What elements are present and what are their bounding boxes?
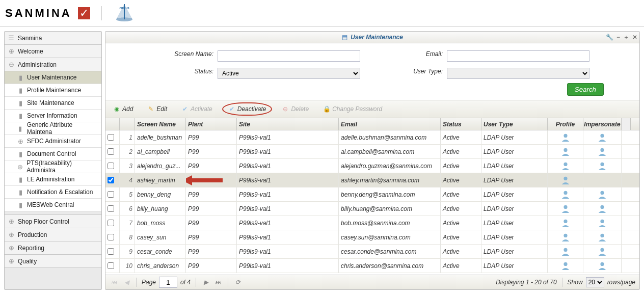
nav-quality-label: Quality	[18, 258, 37, 265]
impersonate-icon[interactable]	[598, 233, 607, 242]
tool-wrench-icon[interactable]: 🔧	[606, 34, 613, 41]
table-row[interactable]: 6billy_huangP99P99ls9-val1billy.huang@sa…	[105, 202, 639, 216]
cell-impersonate	[583, 159, 622, 173]
nav-admin-document-control[interactable]: ▮Document Control	[5, 148, 101, 160]
profile-icon[interactable]	[561, 219, 570, 228]
row-checkbox[interactable]	[108, 177, 114, 183]
col-impersonate[interactable]: Impersonate	[583, 118, 622, 130]
profile-icon[interactable]	[561, 176, 570, 185]
profile-icon[interactable]	[561, 261, 570, 271]
tool-maximize-icon[interactable]: ＋	[623, 33, 629, 42]
nav-quality[interactable]: ⊕Quality	[5, 255, 101, 268]
screen-name-input[interactable]	[218, 50, 360, 62]
nav-admin-user-maintenance[interactable]: ▮User Maintenance	[5, 71, 101, 84]
table-row[interactable]: 4ashley_martinP99ls9-val1ashley.martin@s…	[105, 173, 639, 187]
row-checkbox[interactable]	[108, 191, 114, 198]
user-type-select[interactable]	[447, 68, 589, 79]
nav-root-sanmina[interactable]: ☰Sanmina	[5, 32, 101, 45]
nav-welcome[interactable]: ⊕Welcome	[5, 45, 101, 58]
impersonate-icon[interactable]	[598, 162, 607, 171]
row-checkbox[interactable]	[108, 220, 114, 226]
nav-admin-pts-traceability-administra[interactable]: ⊕PTS(traceability) Administra	[5, 160, 101, 173]
impersonate-icon[interactable]	[598, 190, 607, 199]
row-checkbox[interactable]	[108, 262, 114, 269]
table-row[interactable]: 10chris_andersonP99P99ls9-val1chris.ande…	[105, 259, 639, 273]
nav-admin-profile-maintenance[interactable]: ▮Profile Maintenance	[5, 84, 101, 97]
row-checkbox[interactable]	[108, 163, 114, 169]
impersonate-icon[interactable]	[598, 147, 607, 156]
col-plant[interactable]: Plant	[186, 118, 237, 130]
pager-prev-icon[interactable]: ◀	[122, 278, 131, 287]
cell-user-type: LDAP User	[481, 159, 548, 173]
col-status[interactable]: Status	[441, 118, 481, 130]
cell-status: Active	[441, 245, 481, 258]
add-button[interactable]: ◉Add	[109, 103, 138, 115]
deactivate-button[interactable]: ✔Deactivate	[222, 102, 273, 116]
email-input[interactable]	[447, 50, 589, 62]
nav-admin-server-information[interactable]: ▮Server Information	[5, 110, 101, 122]
list-icon: ☰	[8, 34, 15, 42]
profile-icon[interactable]	[561, 247, 570, 256]
nav-admin-mesweb-central[interactable]: ▮MESWeb Central	[5, 199, 101, 211]
pager-last-icon[interactable]: ⏭	[213, 278, 223, 287]
col-user-type[interactable]: User Type	[481, 118, 548, 130]
impersonate-icon[interactable]	[598, 247, 607, 256]
delete-button[interactable]: ⊖Delete	[277, 103, 313, 115]
table-row[interactable]: 9cesar_condeP99P99ls9-val1cesar.conde@sa…	[105, 245, 639, 259]
col-profile[interactable]: Profile	[548, 118, 583, 130]
table-row[interactable]: 7bob_mossP99P99ls9-val1bob.moss@sanmina.…	[105, 216, 639, 230]
pager-next-icon[interactable]: ▶	[201, 278, 210, 287]
pager-refresh-icon[interactable]: ⟳	[233, 278, 243, 287]
tool-minimize-icon[interactable]: −	[616, 34, 620, 41]
nav-admin-le-administration[interactable]: ▮LE Administration	[5, 173, 101, 186]
cell-plant: P99	[186, 230, 237, 244]
col-email[interactable]: Email	[339, 118, 441, 130]
col-site[interactable]: Site	[237, 118, 339, 130]
table-row[interactable]: 3alejandro_guz...P99P99ls9-val1alejandro…	[105, 159, 639, 173]
profile-icon[interactable]	[561, 133, 570, 142]
profile-icon[interactable]	[561, 204, 570, 213]
row-checkbox-cell	[105, 216, 120, 230]
user-type-label: User Type:	[360, 68, 447, 79]
nav-shop-floor-control[interactable]: ⊕Shop Floor Control	[5, 215, 101, 228]
nav-admin-generic-attribute-maintena[interactable]: ▮Generic Attribute Maintena	[5, 122, 101, 135]
impersonate-icon[interactable]	[598, 133, 607, 142]
activate-button[interactable]: ✔Activate	[177, 103, 217, 115]
row-checkbox[interactable]	[108, 205, 114, 212]
nav-admin-site-maintenance[interactable]: ▮Site Maintenance	[5, 97, 101, 110]
status-select[interactable]: Active	[218, 68, 360, 79]
nav-administration[interactable]: ⊖Administration	[5, 58, 101, 71]
row-checkbox[interactable]	[108, 248, 114, 255]
change-password-button[interactable]: 🔒Change Password	[318, 103, 387, 115]
table-row[interactable]: 1adelle_bushmanP99P99ls9-val1adelle.bush…	[105, 130, 639, 145]
tool-close-icon[interactable]: ✕	[632, 34, 637, 41]
profile-icon[interactable]	[561, 233, 570, 242]
nav-admin-sfdc-administrator[interactable]: ⊕SFDC Administrator	[5, 135, 101, 148]
row-checkbox[interactable]	[108, 148, 114, 155]
cell-status: Active	[441, 187, 481, 201]
profile-icon[interactable]	[561, 162, 570, 171]
col-screen-name[interactable]: Screen Name	[135, 118, 186, 130]
table-row[interactable]: 2al_campbellP99P99ls9-val1al.campbell@sa…	[105, 145, 639, 159]
nav-production[interactable]: ⊕Production	[5, 228, 101, 241]
search-button[interactable]: Search	[567, 83, 604, 96]
pager-page-input[interactable]	[159, 277, 177, 288]
table-row[interactable]: 5benny_dengP99P99ls9-val1benny.deng@sanm…	[105, 187, 639, 202]
nav-reporting[interactable]: ⊕Reporting	[5, 241, 101, 255]
folder-icon: ▮	[17, 189, 24, 196]
profile-icon[interactable]	[561, 190, 570, 199]
cell-user-type: LDAP User	[481, 245, 548, 258]
grid-body[interactable]: 1adelle_bushmanP99P99ls9-val1adelle.bush…	[105, 130, 639, 275]
impersonate-icon[interactable]	[598, 204, 607, 213]
row-checkbox[interactable]	[108, 134, 114, 141]
impersonate-icon[interactable]	[598, 219, 607, 228]
nav-admin-notification-escalation[interactable]: ▮Notification & Escalation	[5, 186, 101, 199]
table-row[interactable]: 8casey_sunP99P99ls9-val1casey.sun@sanmin…	[105, 230, 639, 245]
row-checkbox[interactable]	[108, 234, 114, 240]
pager-first-icon[interactable]: ⏮	[110, 278, 119, 287]
pager-rows-select[interactable]: 20	[586, 277, 604, 287]
edit-button[interactable]: ✎Edit	[143, 103, 172, 115]
profile-icon[interactable]	[561, 147, 570, 156]
cell-email: alejandro.guzman@sanmina.com	[339, 159, 441, 173]
impersonate-icon[interactable]	[598, 261, 607, 271]
